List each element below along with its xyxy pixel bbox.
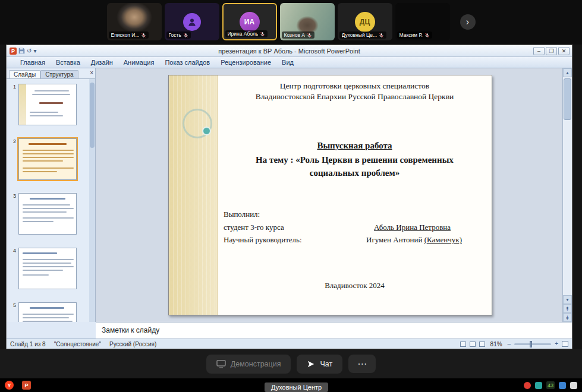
participant-tile-irina-active-speaker[interactable]: ИА Ирина Аболь [222,3,277,40]
window-controls: – ❐ ✕ [533,47,572,55]
slide-footer-city-year: Владивосток 2024 [218,281,492,290]
thumbnail-preview[interactable] [18,138,77,180]
slide-nav-buttons: ▼ ↟ ↡ [563,295,572,322]
powerpoint-taskbar-icon[interactable]: P [22,381,31,390]
slide-decoration-band [169,75,218,315]
close-button[interactable]: ✕ [558,47,570,55]
participant-tile-duhovny-center[interactable]: ДЦ Духовный Це... [338,3,392,40]
powerpoint-window: P ↺ ▾ презентация к ВР Аболь - Microsoft… [6,45,572,349]
thumbnail-preview[interactable] [18,248,77,289]
participant-tile-episkop[interactable]: Епископ И... [107,3,162,40]
tab-outline[interactable]: Структура [40,70,78,78]
participant-name: Епископ И... [111,32,140,38]
participant-name-tag: Максим Р. [397,31,432,39]
tab-animaciya[interactable]: Анимация [118,57,160,68]
more-options-button[interactable]: ⋯ [348,355,376,373]
zoom-slider[interactable] [514,343,551,345]
panel-scrollbar-thumb[interactable] [90,83,95,148]
tab-slides[interactable]: Слайды [9,70,40,78]
tab-dizayn[interactable]: Дизайн [86,57,118,68]
meeting-controls-bar: Демонстрация Чат ⋯ [0,349,582,378]
slide-thumbnail-3[interactable]: 3 [10,193,89,235]
thumbnail-preview[interactable] [18,84,77,125]
participants-strip: Епископ И... Гость ИА Ирина Аболь [0,0,582,45]
slideshow-icon[interactable] [479,342,485,347]
window-titlebar: P ↺ ▾ презентация к ВР Аболь - Microsoft… [7,45,572,57]
tab-vid[interactable]: Вид [276,57,299,68]
participant-name: Максим Р. [399,32,423,38]
slide-supervisor-label: Научный руководитель: [224,235,302,245]
fit-to-window-icon[interactable] [562,341,568,347]
mic-muted-icon [424,33,430,38]
mic-muted-icon [307,33,312,38]
vertical-scrollbar[interactable]: ▲ ▼ ↟ ↡ [562,68,572,322]
chat-label: Чат [320,360,332,368]
mic-muted-icon [260,31,265,37]
panel-close-icon[interactable]: × [90,69,93,76]
share-screen-button[interactable]: Демонстрация [206,355,291,374]
normal-view-icon[interactable] [460,342,466,347]
panel-scrollbar[interactable] [89,79,95,322]
tab-glavnaya[interactable]: Главная [15,57,51,68]
next-participants-button[interactable]: › [460,14,476,30]
slide-counter: Слайд 1 из 8 [10,341,46,347]
scroll-up-icon[interactable]: ▲ [563,68,572,77]
language-indicator: Русский (Россия) [109,341,156,347]
monitor-icon [216,360,226,368]
qat-dropdown-icon[interactable]: ▾ [33,48,36,55]
window-title: презентация к ВР Аболь - Microsoft Power… [7,48,572,55]
participant-name-tag: Духовный Це... [339,31,387,39]
slide-thumbnail-4[interactable]: 4 [10,248,89,289]
tray-counter-badge[interactable]: 43 [546,381,555,389]
sharing-presenter-label: Духовный Центр [265,382,328,392]
slide-thumbnail-5[interactable]: 5 [10,302,89,322]
tab-recenzirovanie[interactable]: Рецензирование [215,57,276,68]
slide-canvas[interactable]: Центр подготовки церковных специалистов … [168,75,492,315]
thumbnail-preview[interactable] [18,302,77,322]
zoom-slider-thumb[interactable] [530,341,532,347]
slide-topic-line2: социальных проблем» [218,168,492,178]
mic-muted-icon [141,33,146,38]
tray-app-icon[interactable] [535,382,542,389]
participant-name-tag: Епископ И... [109,31,149,39]
slide-header-line1: Центр подготовки церковных специалистов [218,81,492,91]
next-slide-icon[interactable]: ↡ [563,313,572,322]
tray-volume-icon[interactable] [570,382,577,389]
participant-tile-maksim[interactable]: Максим Р. [395,3,450,40]
ribbon-tabs: Главная Вставка Дизайн Анимация Показ сл… [7,57,572,68]
slide-number: 2 [10,138,16,180]
screen: Епископ И... Гость ИА Ирина Аболь [0,0,582,392]
tab-vstavka[interactable]: Вставка [51,57,86,68]
thumbnail-preview[interactable] [18,193,77,235]
mic-muted-icon [183,33,188,38]
save-icon[interactable] [18,48,25,54]
slide-thumbnail-2[interactable]: 2 [10,138,89,180]
notes-pane[interactable]: Заметки к слайду [96,322,572,339]
slide-sorter-icon[interactable] [470,342,476,347]
yandex-browser-icon[interactable]: Y [5,381,14,390]
slide-thumbnail-1[interactable]: 1 [10,84,89,125]
minimize-button[interactable]: – [533,47,545,55]
participant-tile-guest[interactable]: Гость [165,3,219,40]
slide-number: 1 [10,84,16,125]
previous-slide-icon[interactable]: ↟ [563,304,572,313]
system-tray: 43 [524,381,577,389]
scrollbar-thumb[interactable] [564,78,571,120]
slide-student-name: Аболь Ирина Петровна [374,223,451,232]
maximize-button[interactable]: ❐ [546,47,557,55]
slide-topic-line1: На тему : «Роль Церкви в решении совреме… [218,155,492,165]
status-bar: Слайд 1 из 8 "Солнцестояние" Русский (Ро… [7,339,572,349]
participant-tile-koznov[interactable]: Кознов А [280,3,335,40]
zoom-out-icon[interactable]: – [508,341,511,347]
zoom-in-icon[interactable]: + [555,341,558,347]
tab-pokaz-slaydov[interactable]: Показ слайдов [159,57,215,68]
tray-record-icon[interactable] [524,382,531,389]
powerpoint-app-icon[interactable]: P [10,48,17,55]
undo-icon[interactable]: ↺ [27,48,32,55]
scroll-down-icon[interactable]: ▼ [563,295,572,304]
slide-student-label: студент 3-го курса [224,223,284,232]
statusbar-right: 81% – + [460,341,568,347]
tray-network-icon[interactable] [559,382,566,389]
chat-button[interactable]: Чат [297,355,342,374]
initials-avatar: ИА [240,12,260,32]
